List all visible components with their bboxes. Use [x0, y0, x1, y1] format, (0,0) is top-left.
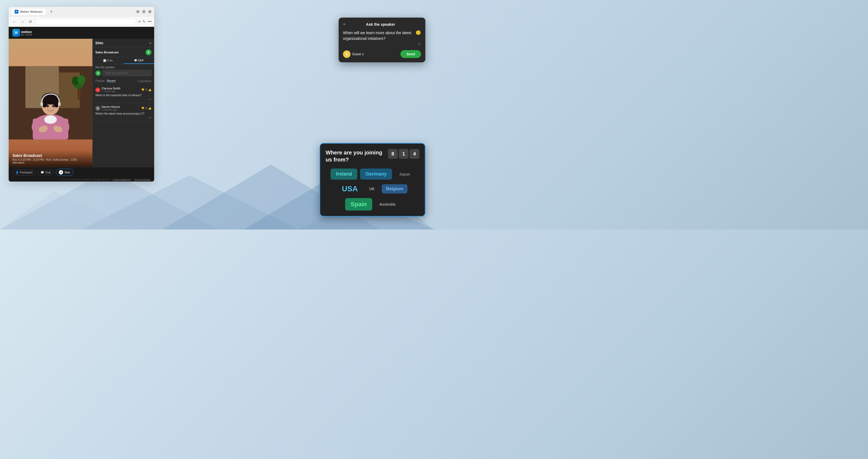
back-button[interactable]: ←	[11, 19, 17, 24]
forward-button[interactable]: →	[20, 19, 26, 24]
country-japan[interactable]: Japan	[395, 170, 414, 179]
send-button[interactable]: Send	[400, 50, 421, 58]
ask-card-user: G Guest ∨	[343, 51, 364, 58]
ask-card-footer: G Guest ∨ Send	[343, 50, 421, 58]
upvote-button[interactable]: 👍	[148, 107, 151, 110]
upvote-button[interactable]: 👍	[148, 88, 151, 91]
session-title: Sales Broadcast	[12, 153, 89, 158]
privacy-link[interactable]: Privacy Statement	[113, 178, 130, 181]
nav-icons: ≡ ✎ •••	[138, 20, 151, 24]
webex-toolbar: 👤 Participant 💬 Chat S Slido	[9, 167, 154, 178]
char-counter: 91	[343, 42, 421, 46]
new-tab-button[interactable]: +	[48, 8, 55, 15]
slido-panel: Slido × Sales Broadcast B 📊 Polls 💬 Q&A	[92, 39, 154, 167]
tab-title: Webex Webinars	[20, 10, 42, 13]
hamburger-icon[interactable]: ≡	[138, 20, 141, 24]
slido-questions-header: Popular Recent 2 questions	[93, 78, 154, 84]
video-area: Sales Broadcast Nov 3 2:15 PM – 3:15 PM …	[9, 39, 92, 167]
downvote-button[interactable]: 👎	[141, 107, 145, 110]
ask-card-body: When will we learn more about the latest…	[343, 30, 421, 46]
video-background	[9, 39, 92, 167]
avatar-letter: C	[97, 89, 99, 91]
qa-icon: 💬	[134, 59, 137, 62]
country-ireland[interactable]: Ireland	[331, 169, 357, 180]
question-more[interactable]: •••	[95, 116, 151, 119]
slido-icon: S	[59, 170, 63, 175]
main-area: Sales Broadcast Nov 3 2:15 PM – 3:15 PM …	[9, 39, 154, 167]
sort-popular[interactable]: Popular	[95, 80, 104, 83]
ask-card-header: × Ask the speaker	[343, 22, 421, 27]
downvote-button[interactable]: 👎	[141, 88, 145, 91]
chat-label: Chat	[45, 171, 51, 174]
dropdown-chevron: ∨	[362, 52, 364, 56]
question-item: D Darren Owens 2 minutes ago 👎 0 �	[93, 103, 154, 122]
question-author-name: Clarissa Smith	[101, 87, 120, 90]
browser-tab[interactable]: W Webex Webinars	[11, 9, 46, 14]
question-author-name: Darren Owens	[101, 105, 120, 109]
joining-title: Where are you joining us from?	[326, 149, 385, 163]
avatar-letter: D	[97, 107, 99, 110]
question-time: 2 minutes ago	[101, 109, 120, 111]
user-dropdown[interactable]: Guest ∨	[352, 52, 364, 56]
tab-polls[interactable]: 📊 Polls	[93, 57, 124, 64]
participant-button[interactable]: 👤 Participant	[12, 170, 35, 175]
country-usa[interactable]: USA	[338, 182, 362, 195]
slido-question-input[interactable]: Type your question	[102, 70, 151, 76]
svg-point-15	[44, 116, 57, 124]
question-item: C Clarissa Smith 1 minute ago 👎 0	[93, 85, 154, 103]
edit-icon[interactable]: ✎	[143, 20, 146, 24]
chat-icon: 💬	[41, 171, 44, 174]
country-spain[interactable]: Spain	[345, 198, 372, 211]
maximize-button[interactable]: □	[142, 10, 146, 13]
close-button[interactable]: ×	[148, 10, 151, 13]
country-belgium[interactable]: Belgium	[382, 184, 407, 193]
sort-recent[interactable]: Recent	[107, 80, 116, 83]
question-author-info: Darren Owens 2 minutes ago	[101, 105, 120, 111]
joining-card: Where are you joining us from? 8 1 4 Ire…	[320, 143, 425, 216]
webex-logo-sub: BY CISCO	[21, 34, 32, 36]
more-icon[interactable]: •••	[148, 20, 151, 24]
address-bar[interactable]	[35, 19, 136, 25]
user-avatar: G	[343, 51, 350, 58]
question-author-row: D Darren Owens 2 minutes ago 👎 0 �	[95, 105, 151, 111]
question-author: D Darren Owens 2 minutes ago	[95, 105, 120, 111]
country-australia[interactable]: Australia	[375, 200, 400, 209]
ask-label: Ask the speaker	[93, 64, 154, 70]
refresh-button[interactable]: ↺	[28, 19, 33, 24]
chat-button[interactable]: 💬 Chat	[38, 170, 54, 175]
country-uk[interactable]: UK	[365, 185, 379, 193]
emoji-button[interactable]: 🙂	[415, 30, 421, 35]
joining-card-header: Where are you joining us from? 8 1 4	[326, 149, 420, 163]
slido-button[interactable]: S Slido	[56, 169, 73, 176]
ask-speaker-card: × Ask the speaker When will we learn mor…	[339, 18, 425, 62]
slido-label: Slido	[64, 171, 70, 174]
svg-rect-24	[58, 102, 60, 106]
question-author: C Clarissa Smith 1 minute ago	[95, 87, 120, 93]
ask-question-text: When will we learn more about the latest…	[343, 30, 421, 41]
question-votes: 👎 0 👍	[141, 107, 151, 110]
counter-digit-1: 1	[399, 149, 408, 159]
footer-separator: |	[132, 178, 132, 181]
browser-navbar: ← → ↺ ≡ ✎ •••	[9, 17, 154, 27]
vote-count: 0	[146, 88, 147, 91]
question-more[interactable]: •••	[95, 97, 151, 101]
svg-point-12	[78, 75, 85, 85]
session-date: Nov 3 2:15 PM – 3:15 PM	[12, 158, 43, 161]
slido-close-button[interactable]: ×	[149, 41, 151, 45]
webex-content: W webex BY CISCO	[9, 27, 154, 182]
slido-session-row: Sales Broadcast B	[93, 48, 154, 57]
tab-qa[interactable]: 💬 Q&A	[124, 57, 154, 64]
question-author-info: Clarissa Smith 1 minute ago	[101, 87, 120, 93]
webex-logo: W webex BY CISCO	[12, 29, 32, 37]
polls-icon: 📊	[103, 59, 106, 62]
ask-speaker-close-button[interactable]: ×	[343, 22, 345, 27]
question-avatar-c: C	[95, 88, 100, 92]
webex-favicon: W	[14, 10, 19, 13]
country-germany[interactable]: Germany	[360, 169, 392, 180]
browser-titlebar: W Webex Webinars + − □ ×	[9, 7, 154, 17]
slido-input-row: B Type your question	[93, 70, 154, 78]
user-name: Guest	[352, 52, 361, 56]
minimize-button[interactable]: −	[136, 10, 140, 13]
terms-link[interactable]: Terms of Service	[134, 178, 150, 181]
qa-label: Q&A	[138, 59, 144, 62]
